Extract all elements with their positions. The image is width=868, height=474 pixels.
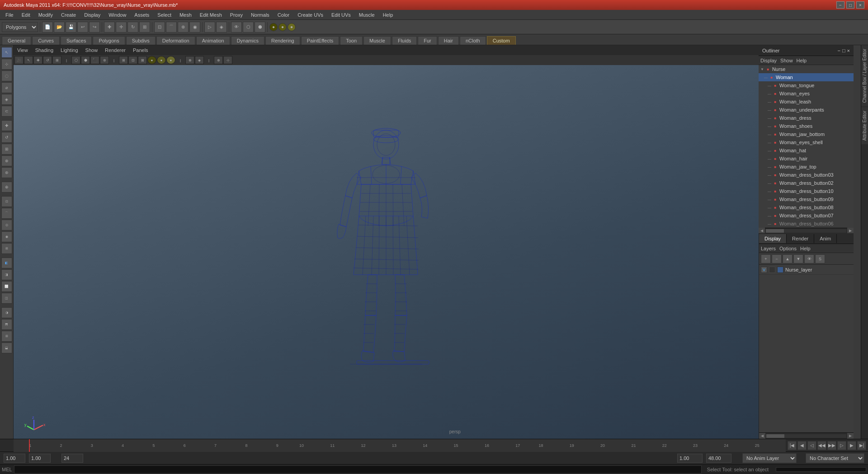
mode-select[interactable]: Polygons [2, 22, 38, 32]
vp-snap-btn[interactable]: ⊕ [214, 56, 223, 64]
outliner-item-woman[interactable]: — ■ Woman [759, 73, 854, 81]
show-menu[interactable]: Show [84, 47, 100, 54]
snap-to-surface-btn[interactable]: ◉ [1, 231, 12, 242]
layer-show-hide-btn[interactable]: 👁 [804, 254, 814, 263]
smooth-btn[interactable]: ⬢ [255, 22, 265, 33]
next-frame-btn[interactable]: ▶ [847, 441, 856, 450]
menu-file[interactable]: File [2, 11, 17, 19]
layer-row-nurse[interactable]: V Nurse_layer [759, 265, 854, 275]
layer-tab-anim[interactable]: Anim [814, 234, 837, 243]
outliner-item-woman-tongue[interactable]: — ■ Woman_tongue [759, 81, 854, 89]
next-key-btn[interactable]: ▷ [837, 441, 846, 450]
vp-hud-btn[interactable]: ⊡ [128, 56, 137, 64]
outliner-item-woman-dress[interactable]: — ■ Woman_dress [759, 114, 854, 122]
renderer-menu[interactable]: Renderer [103, 47, 127, 54]
vp-rotate-btn[interactable]: ↺ [43, 56, 52, 64]
outliner-item-woman-eyes[interactable]: — ■ Woman_eyes [759, 89, 854, 98]
vp-grid-btn[interactable]: ⊞ [119, 56, 128, 64]
layer-visibility-check[interactable]: V [761, 267, 767, 273]
outliner-display-menu[interactable]: Display [760, 58, 777, 63]
scale-tool-btn[interactable]: ⊞ [1, 144, 12, 155]
vp-move-btn[interactable]: ✚ [33, 56, 42, 64]
prev-key-btn[interactable]: ◁ [807, 441, 816, 450]
outliner-item-woman-leash[interactable]: — ■ Woman_leash [759, 98, 854, 106]
vp-cam-btn[interactable]: 🎥 [14, 56, 24, 64]
move-tool-btn[interactable]: ✚ [1, 120, 12, 131]
vp-light3-btn[interactable]: ● [166, 56, 175, 64]
redo-btn[interactable]: ↪ [89, 22, 100, 33]
scale-btn[interactable]: ⊞ [139, 22, 150, 33]
time-marker[interactable] [29, 439, 30, 452]
tab-ncloth[interactable]: nCloth [460, 36, 486, 45]
anim-start-field[interactable]: 1.00 [677, 454, 703, 463]
vp-scale-btn[interactable]: ⊞ [52, 56, 61, 64]
outliner-close[interactable]: × [847, 48, 850, 53]
view-menu[interactable]: View [15, 47, 30, 54]
layer-move-up-btn[interactable]: ▲ [783, 254, 793, 263]
tab-fur[interactable]: Fur [418, 36, 437, 45]
minimize-button[interactable]: − [836, 1, 844, 9]
shader-btn[interactable]: ◑ [1, 307, 12, 318]
tab-polygons[interactable]: Polygons [93, 36, 125, 45]
tab-painteffects[interactable]: PaintEffects [301, 36, 340, 45]
outliner-item-button03[interactable]: — ■ Woman_dress_button03 [759, 171, 854, 179]
outliner-item-button02[interactable]: — ■ Woman_dress_button02 [759, 179, 854, 187]
menu-muscle[interactable]: Muscle [355, 11, 378, 19]
snap-to-grid-btn[interactable]: ⊡ [1, 196, 12, 207]
outliner-maximize[interactable]: □ [842, 48, 845, 53]
show-hide-all-btn[interactable]: ⬜ [1, 281, 12, 292]
menu-normals[interactable]: Normals [247, 11, 273, 19]
frame-end-field[interactable]: 24 [61, 454, 83, 463]
layer-select-btn[interactable]: S [815, 254, 825, 263]
new-scene-btn[interactable]: 📄 [42, 22, 53, 33]
move-btn[interactable]: ✛ [116, 22, 127, 33]
vp-iso-btn[interactable]: ◈ [195, 56, 204, 64]
side-tab-channel-box[interactable]: Channel Box / Layer Editor [861, 45, 868, 107]
frame-current-field[interactable]: 1.00 [29, 454, 51, 463]
tab-animation[interactable]: Animation [196, 36, 230, 45]
texture-btn[interactable]: ⬒ [1, 319, 12, 330]
snap-grid-btn[interactable]: ⊡ [154, 22, 165, 33]
paint-select-btn[interactable]: ⊹ [1, 59, 12, 70]
show-hide-btn[interactable]: 👁 [231, 22, 242, 33]
menu-edit[interactable]: Edit [18, 11, 34, 19]
menu-create-uvs[interactable]: Create UVs [294, 11, 327, 19]
menu-assets[interactable]: Assets [131, 11, 153, 19]
vp-snap2-btn[interactable]: ⊹ [223, 56, 232, 64]
render-view-btn[interactable]: ⬓ [1, 343, 12, 353]
menu-proxy[interactable]: Proxy [226, 11, 246, 19]
rotate-tool-btn[interactable]: ↺ [1, 132, 12, 143]
outliner-item-button07[interactable]: — ■ Woman_dress_button07 [759, 211, 854, 220]
anim-layer-select[interactable]: No Anim Layer [742, 453, 797, 463]
rotate-btn[interactable]: ↻ [127, 22, 138, 33]
universal-manip-btn[interactable]: ⊗ [1, 155, 12, 166]
input-ops-btn[interactable]: ◧ [1, 258, 12, 268]
wireframe-btn[interactable]: ⬡ [243, 22, 254, 33]
snap-to-view-btn[interactable]: ⊞ [1, 243, 12, 254]
shading-menu[interactable]: Shading [33, 47, 55, 54]
vp-select-btn[interactable]: ↖ [24, 56, 33, 64]
vp-bounding-btn[interactable]: ⬛ [90, 56, 99, 64]
vp-pt-btn[interactable]: ⊛ [100, 56, 109, 64]
viewport[interactable]: View Shading Lighting Show Renderer Pane… [14, 45, 759, 439]
outliner-help-menu[interactable]: Help [797, 58, 807, 63]
outliner-item-woman-underpants[interactable]: — ■ Woman_underpants [759, 106, 854, 114]
tab-general[interactable]: General [2, 36, 31, 45]
brush-btn[interactable]: ⌀ [1, 82, 12, 93]
anim-end-field[interactable]: 48.00 [706, 454, 731, 463]
outliner-item-woman-hair[interactable]: — ■ Woman_hair [759, 155, 854, 163]
character-set-select[interactable]: No Character Set [806, 453, 864, 463]
layer-scroll-left[interactable]: ◀ [759, 433, 765, 439]
layer-menu-options[interactable]: Options [779, 246, 797, 251]
artisan-btn[interactable]: ◈ [1, 94, 12, 105]
viewport-canvas[interactable]: .wire { stroke: #2233aa; stroke-width: 0… [14, 65, 759, 439]
tab-deformation[interactable]: Deformation [156, 36, 195, 45]
tab-custom[interactable]: Custom [487, 36, 516, 45]
menu-window[interactable]: Window [105, 11, 130, 19]
outliner-item-button08[interactable]: — ■ Woman_dress_button08 [759, 203, 854, 211]
layer-menu-help[interactable]: Help [800, 246, 811, 251]
goto-end-btn[interactable]: ▶| [857, 441, 866, 450]
show-manip-btn[interactable]: ⊕ [1, 182, 12, 192]
outliner-item-woman-shoes[interactable]: — ■ Woman_shoes [759, 122, 854, 130]
goto-start-btn[interactable]: |◀ [788, 441, 797, 450]
